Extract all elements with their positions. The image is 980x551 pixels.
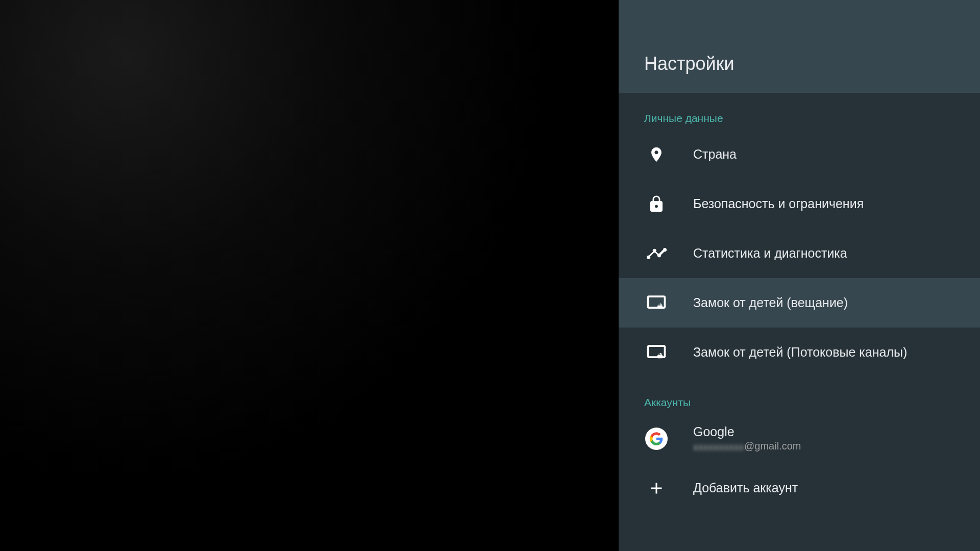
settings-item-security[interactable]: Безопасность и ограничения — [619, 179, 980, 229]
settings-item-country[interactable]: Страна — [619, 130, 980, 179]
lock-icon — [644, 192, 669, 216]
panel-title: Настройки — [644, 53, 734, 74]
item-label: Статистика и диагностика — [693, 246, 847, 261]
timeline-icon — [644, 241, 669, 266]
section-label-personal: Личные данные — [619, 93, 980, 130]
account-email: xxxxxxxxxx @gmail.com — [693, 440, 801, 453]
background-area — [0, 0, 619, 551]
settings-item-childlock-streaming[interactable]: Замок от детей (Потоковые каналы) — [619, 328, 980, 377]
item-label: Замок от детей (Потоковые каналы) — [693, 345, 907, 360]
settings-item-google-account[interactable]: Google xxxxxxxxxx @gmail.com — [619, 414, 980, 463]
screen-lock-icon — [644, 340, 669, 365]
item-label: Добавить аккаунт — [693, 481, 798, 495]
screen-lock-icon — [644, 291, 669, 315]
item-label: Google — [693, 424, 801, 439]
location-pin-icon — [644, 142, 669, 167]
settings-item-add-account[interactable]: Добавить аккаунт — [619, 463, 980, 513]
settings-item-stats[interactable]: Статистика и диагностика — [619, 229, 980, 278]
panel-header: Настройки — [619, 0, 980, 93]
google-icon — [644, 427, 669, 451]
item-label: Замок от детей (вещание) — [693, 295, 848, 310]
plus-icon — [644, 476, 669, 500]
item-label: Страна — [693, 147, 737, 162]
settings-item-childlock-broadcast[interactable]: Замок от детей (вещание) — [619, 278, 980, 328]
section-label-accounts: Аккаунты — [619, 377, 980, 414]
settings-panel: Настройки Личные данные Страна Безопасно… — [619, 0, 980, 551]
item-label: Безопасность и ограничения — [693, 196, 864, 211]
